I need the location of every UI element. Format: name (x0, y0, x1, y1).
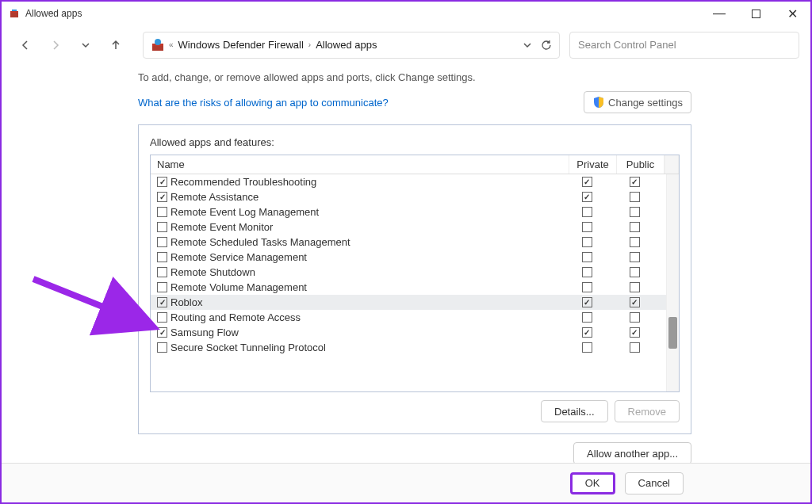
app-name: Samsung Flow (170, 326, 565, 338)
up-button[interactable] (103, 32, 128, 58)
private-checkbox[interactable] (582, 282, 592, 292)
public-checkbox[interactable] (630, 222, 640, 232)
recent-dropdown[interactable] (73, 32, 98, 58)
chevron-down-icon[interactable] (523, 40, 532, 50)
public-checkbox[interactable] (630, 192, 640, 202)
close-button[interactable]: ✕ (774, 2, 810, 25)
enable-checkbox[interactable] (157, 282, 167, 292)
private-checkbox[interactable] (582, 207, 592, 217)
public-checkbox[interactable] (630, 342, 640, 353)
apps-list: Name Private Public Recommended Troubles… (150, 155, 680, 392)
enable-checkbox[interactable] (157, 297, 167, 307)
allow-another-app-button[interactable]: Allow another app... (573, 442, 691, 464)
scrollbar-thumb[interactable] (668, 317, 677, 349)
allowed-apps-panel: Allowed apps and features: Name Private … (138, 124, 691, 434)
window-title: Allowed apps (25, 8, 82, 19)
public-checkbox[interactable] (630, 312, 640, 323)
firewall-icon (150, 37, 166, 53)
risks-link[interactable]: What are the risks of allowing an app to… (138, 97, 389, 109)
enable-checkbox[interactable] (157, 237, 167, 247)
table-row[interactable]: Roblox (151, 295, 666, 310)
public-checkbox[interactable] (630, 267, 640, 277)
public-checkbox[interactable] (630, 252, 640, 262)
public-checkbox[interactable] (630, 207, 640, 217)
breadcrumb-part[interactable]: Allowed apps (316, 39, 377, 51)
app-name: Remote Scheduled Tasks Management (170, 236, 565, 248)
public-checkbox[interactable] (630, 177, 640, 187)
enable-checkbox[interactable] (157, 312, 167, 323)
public-checkbox[interactable] (630, 237, 640, 247)
change-settings-button[interactable]: Change settings (584, 91, 691, 113)
app-name: Secure Socket Tunneling Protocol (170, 342, 565, 353)
table-row[interactable]: Samsung Flow (151, 325, 666, 340)
cancel-button[interactable]: Cancel (625, 472, 684, 494)
table-row[interactable]: Remote Shutdown (151, 265, 666, 280)
private-checkbox[interactable] (582, 297, 592, 307)
app-name: Recommended Troubleshooting (170, 176, 565, 188)
app-name: Remote Shutdown (170, 266, 565, 278)
private-checkbox[interactable] (582, 267, 592, 277)
column-public[interactable]: Public (617, 155, 665, 174)
enable-checkbox[interactable] (157, 207, 167, 217)
ok-button[interactable]: OK (570, 472, 615, 494)
table-row[interactable]: Recommended Troubleshooting (151, 174, 666, 189)
private-checkbox[interactable] (582, 237, 592, 247)
private-checkbox[interactable] (582, 252, 592, 262)
enable-checkbox[interactable] (157, 342, 167, 353)
list-header: Name Private Public (151, 155, 679, 174)
enable-checkbox[interactable] (157, 222, 167, 232)
table-row[interactable]: Remote Service Management (151, 250, 666, 265)
app-name: Remote Service Management (170, 251, 565, 263)
enable-checkbox[interactable] (157, 252, 167, 262)
scrollbar[interactable] (666, 174, 679, 391)
private-checkbox[interactable] (582, 177, 592, 187)
enable-checkbox[interactable] (157, 177, 167, 187)
private-checkbox[interactable] (582, 222, 592, 232)
maximize-button[interactable] (737, 2, 774, 25)
public-checkbox[interactable] (630, 297, 640, 307)
firewall-icon (8, 7, 21, 20)
remove-button: Remove (615, 400, 680, 422)
table-row[interactable]: Remote Assistance (151, 189, 666, 204)
app-name: Remote Event Log Management (170, 206, 565, 218)
titlebar: Allowed apps (2, 2, 810, 25)
forward-button[interactable] (43, 32, 68, 58)
app-name: Remote Assistance (170, 191, 565, 203)
content-area: To add, change, or remove allowed apps a… (2, 65, 810, 464)
window-controls: — ✕ (701, 2, 810, 25)
intro-text: To add, change, or remove allowed apps a… (138, 65, 810, 83)
panel-title: Allowed apps and features: (150, 136, 680, 148)
table-row[interactable]: Secure Socket Tunneling Protocol (151, 340, 666, 355)
search-input[interactable]: Search Control Panel (569, 32, 799, 59)
svg-point-6 (155, 39, 161, 45)
svg-rect-1 (10, 11, 18, 13)
app-name: Remote Event Monitor (170, 221, 565, 233)
private-checkbox[interactable] (582, 312, 592, 323)
enable-checkbox[interactable] (157, 327, 167, 338)
table-row[interactable]: Remote Volume Management (151, 280, 666, 295)
app-name: Roblox (170, 296, 565, 308)
table-row[interactable]: Routing and Remote Access (151, 310, 666, 325)
private-checkbox[interactable] (582, 192, 592, 202)
minimize-button[interactable]: — (701, 2, 737, 25)
shield-icon (592, 96, 605, 109)
svg-rect-3 (752, 10, 760, 17)
private-checkbox[interactable] (582, 327, 592, 338)
public-checkbox[interactable] (630, 327, 640, 338)
refresh-icon[interactable] (540, 39, 553, 52)
address-bar[interactable]: « Windows Defender Firewall › Allowed ap… (143, 32, 560, 59)
breadcrumb-part[interactable]: Windows Defender Firewall (178, 39, 304, 51)
dialog-footer: OK Cancel (2, 463, 810, 502)
table-row[interactable]: Remote Scheduled Tasks Management (151, 235, 666, 250)
column-name[interactable]: Name (151, 155, 569, 174)
public-checkbox[interactable] (630, 282, 640, 292)
enable-checkbox[interactable] (157, 267, 167, 277)
app-name: Remote Volume Management (170, 281, 565, 293)
back-button[interactable] (13, 32, 38, 58)
column-private[interactable]: Private (569, 155, 617, 174)
table-row[interactable]: Remote Event Log Management (151, 204, 666, 220)
enable-checkbox[interactable] (157, 192, 167, 202)
private-checkbox[interactable] (582, 342, 592, 353)
details-button[interactable]: Details... (541, 400, 608, 422)
table-row[interactable]: Remote Event Monitor (151, 220, 666, 235)
